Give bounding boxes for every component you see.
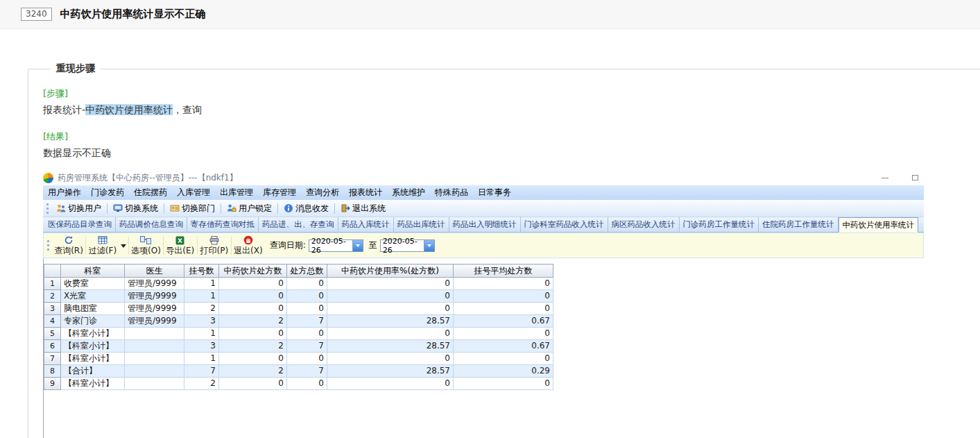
- toolbar-separator: [164, 203, 164, 214]
- column-header[interactable]: 科室: [61, 264, 125, 278]
- value-cell: 2: [219, 340, 287, 353]
- sub-toolbar-button[interactable]: 选项(O): [130, 234, 162, 258]
- sub-toolbar-button[interactable]: 打印(P): [198, 234, 230, 258]
- tab-item[interactable]: 住院药房工作量统计: [759, 217, 839, 232]
- tab-item[interactable]: 药品出入明细统计: [449, 217, 521, 232]
- results-table: 科室医生挂号数中药饮片处方数处方总数中药饮片使用率%(处方数)挂号平均处方数 1…: [44, 264, 553, 390]
- value-cell: 0: [454, 328, 553, 340]
- filter-dropdown-icon[interactable]: [119, 234, 128, 258]
- menu-item[interactable]: 报表统计: [344, 185, 387, 200]
- sub-toolbar-button[interactable]: 过滤(F): [87, 234, 119, 258]
- table-row[interactable]: 4专家门诊管理员/999932728.570.67: [44, 315, 553, 328]
- sub-toolbar-button[interactable]: 导出(E): [164, 234, 196, 258]
- menu-item[interactable]: 用户操作: [43, 185, 86, 200]
- tab-item[interactable]: 寄存借药查询对抵: [187, 217, 259, 232]
- toolbar-button[interactable]: 切换部门: [166, 201, 219, 216]
- doctor-cell: 管理员/9999: [125, 315, 184, 328]
- switch-user-icon: [56, 203, 66, 213]
- toolbar-button[interactable]: 切换系统: [109, 201, 162, 216]
- toolbar-button-label: 消息收发: [295, 203, 329, 214]
- menu-item[interactable]: 入库管理: [172, 185, 215, 200]
- row-number-cell: 5: [44, 328, 61, 340]
- doctor-cell: 管理员/9999: [125, 290, 184, 303]
- table-row[interactable]: 2X光室管理员/999910000: [44, 290, 553, 303]
- value-cell: 0: [287, 278, 327, 290]
- tab-item[interactable]: 门诊科室药品收入统计: [521, 217, 608, 232]
- sub-toolbar-button[interactable]: 查询(R): [53, 234, 85, 258]
- toolbar-button[interactable]: 切换用户: [52, 201, 105, 216]
- doctor-cell: [125, 378, 184, 390]
- value-cell: 0: [327, 328, 454, 340]
- toolbar-button[interactable]: 用户锁定: [223, 201, 276, 216]
- table-row[interactable]: 9【科室小计】20000: [44, 378, 553, 390]
- result-text: 数据显示不正确: [43, 146, 980, 160]
- value-cell: 7: [184, 365, 219, 378]
- value-cell: 0.29: [454, 365, 553, 378]
- table-row[interactable]: 8【合计】72728.570.29: [44, 365, 553, 378]
- toolbar-separator: [107, 203, 108, 214]
- sub-toolbar-separator: [197, 237, 198, 255]
- value-cell: 0: [219, 378, 287, 390]
- tab-item[interactable]: 药品出库统计: [394, 217, 449, 232]
- sub-toolbar-button[interactable]: 退出(X): [232, 234, 264, 258]
- date-to-dropdown-icon[interactable]: [424, 240, 434, 251]
- main-toolbar: 切换用户切换系统切换部门用户锁定消息收发退出系统: [43, 200, 924, 217]
- value-cell: 0: [327, 278, 454, 290]
- menu-item[interactable]: 库存管理: [258, 185, 301, 200]
- value-cell: 28.57: [327, 365, 454, 378]
- menu-item[interactable]: 出库管理: [215, 185, 258, 200]
- menu-item[interactable]: 系统维护: [387, 185, 430, 200]
- date-from-combo[interactable]: 2020-05-26: [309, 239, 363, 252]
- doctor-cell: [125, 328, 184, 340]
- value-cell: 0: [219, 303, 287, 315]
- menu-item[interactable]: 特殊药品: [430, 185, 473, 200]
- tab-item[interactable]: 医保药品目录查询: [44, 217, 116, 232]
- row-number-cell: 2: [44, 290, 61, 303]
- app-titlebar: 药房管理系统【中心药房--管理员】---【ndkf1】: [43, 170, 924, 185]
- doctor-cell: [125, 365, 184, 378]
- tab-item[interactable]: 药品进、出、存查询: [259, 217, 338, 232]
- toolbar-button-label: 切换部门: [182, 203, 215, 214]
- tab-item[interactable]: 门诊药房工作量统计: [680, 217, 759, 232]
- date-between-label: 至: [369, 239, 377, 251]
- dept-cell: X光室: [61, 290, 125, 303]
- tab-item[interactable]: 药品调价信息查询: [116, 217, 187, 232]
- menu-item[interactable]: 查询分析: [301, 185, 344, 200]
- maximize-icon[interactable]: [912, 175, 918, 180]
- sub-toolbar-button-label: 选项(O): [131, 246, 161, 255]
- toolbar-button-label: 退出系统: [352, 203, 386, 214]
- value-cell: 0.67: [454, 315, 553, 328]
- value-cell: 1: [184, 328, 219, 340]
- toolbar-separator: [277, 203, 278, 214]
- grid-header-row: 科室医生挂号数中药饮片处方数处方总数中药饮片使用率%(处方数)挂号平均处方数: [44, 264, 553, 278]
- minimize-icon[interactable]: [882, 178, 888, 178]
- tab-active[interactable]: 中药饮片使用率统计: [839, 217, 919, 233]
- value-cell: 0: [327, 290, 454, 303]
- table-row[interactable]: 5【科室小计】10000: [44, 328, 553, 340]
- menu-item[interactable]: 门诊发药: [86, 185, 129, 200]
- menu-item[interactable]: 日常事务: [473, 185, 516, 200]
- repro-legend: 重现步骤: [51, 62, 100, 75]
- column-header[interactable]: 挂号数: [184, 264, 219, 278]
- column-header[interactable]: 挂号平均处方数: [454, 264, 553, 278]
- grid-corner-cell: [44, 264, 61, 278]
- column-header[interactable]: 中药饮片使用率%(处方数): [327, 264, 454, 278]
- table-row[interactable]: 6【科室小计】32728.570.67: [44, 340, 553, 353]
- column-header[interactable]: 处方总数: [287, 264, 327, 278]
- toolbar-button[interactable]: 退出系统: [336, 201, 390, 216]
- date-from-dropdown-icon[interactable]: [352, 240, 363, 251]
- tab-item[interactable]: 药品入库统计: [338, 217, 394, 232]
- menu-item[interactable]: 住院摆药: [129, 185, 172, 200]
- value-cell: 7: [287, 340, 327, 353]
- toolbar-button-label: 用户锁定: [239, 203, 272, 214]
- value-cell: 3: [184, 340, 219, 353]
- table-row[interactable]: 7【科室小计】10000: [44, 353, 553, 365]
- column-header[interactable]: 中药饮片处方数: [219, 264, 287, 278]
- date-to-combo[interactable]: 2020-05-26: [380, 239, 435, 252]
- tab-item[interactable]: 病区药品收入统计: [608, 217, 680, 232]
- toolbar-button[interactable]: 消息收发: [280, 201, 333, 216]
- table-row[interactable]: 1收费室管理员/999910000: [44, 278, 553, 290]
- table-row[interactable]: 3脑电图室管理员/999920000: [44, 303, 553, 315]
- steps-text-prefix: 报表统计-: [43, 104, 85, 115]
- column-header[interactable]: 医生: [125, 264, 184, 278]
